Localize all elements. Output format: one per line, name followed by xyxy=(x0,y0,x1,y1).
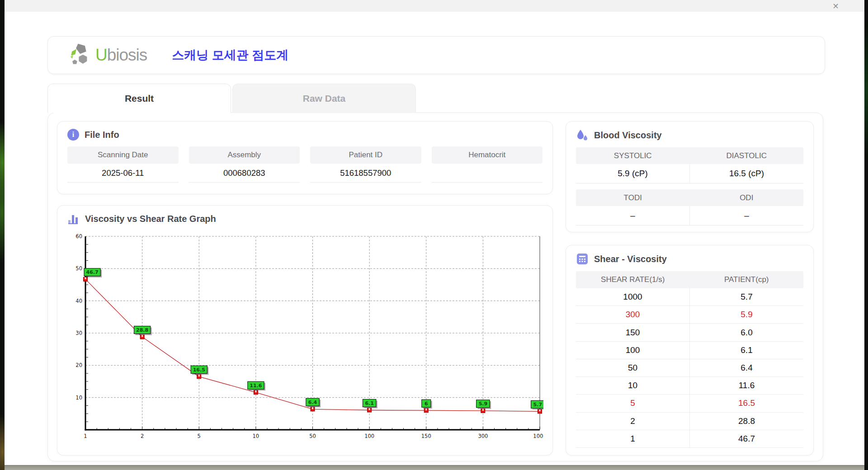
desktop-background: × Ubiosis 스캐닝 모세관 점도계 Result xyxy=(0,0,868,470)
svg-text:6.1: 6.1 xyxy=(365,400,374,406)
tab-bar: Result Raw Data xyxy=(47,84,864,113)
shear-column-header: SHEAR RATE(1/s) xyxy=(576,271,690,288)
bv-header-cell: DIASTOLIC xyxy=(690,147,804,164)
field-value: 51618557900 xyxy=(310,164,421,183)
shear-table-row: 1506.0 xyxy=(576,324,803,341)
tab-raw-data[interactable]: Raw Data xyxy=(232,84,416,113)
data-point-label: 6 xyxy=(422,400,432,409)
shear-table-row: 10005.7 xyxy=(576,288,803,306)
blood-viscosity-table: SYSTOLICDIASTOLIC5.9 (cP)16.5 (cP)TODIOD… xyxy=(576,147,803,226)
svg-text:16.5: 16.5 xyxy=(193,367,205,373)
field-value: 2025-06-11 xyxy=(67,164,179,183)
bv-value-row: –– xyxy=(576,206,803,226)
data-point-label: 16.5 xyxy=(191,366,208,375)
shear-rate-cell: 2 xyxy=(576,413,689,430)
bar-chart-icon xyxy=(67,213,80,225)
shear-rate-cell: 1000 xyxy=(576,288,689,306)
patient-cp-cell: 28.8 xyxy=(689,413,803,430)
data-point-label: 6.1 xyxy=(363,399,377,408)
patient-cp-cell: 6.1 xyxy=(689,342,803,359)
patient-cp-cell: 5.7 xyxy=(689,288,803,306)
bv-header-row: TODIODI xyxy=(576,189,803,206)
shear-rate-cell: 300 xyxy=(576,306,689,323)
bv-value-row: 5.9 (cP)16.5 (cP) xyxy=(576,164,803,183)
viscosity-chart-svg: 1020304050601251050100150300100046.728.8… xyxy=(67,231,543,444)
data-point-label: 28.8 xyxy=(134,326,152,335)
data-point xyxy=(254,390,258,395)
field-label: Hematocrit xyxy=(432,146,543,164)
patient-cp-cell: 5.9 xyxy=(689,306,803,323)
file-info-field: Patient ID51618557900 xyxy=(310,146,421,183)
data-point-label: 5.9 xyxy=(476,400,491,409)
shear-table-row: 516.5 xyxy=(576,395,803,412)
graph-heading: Viscosity vs Shear Rate Graph xyxy=(85,214,216,224)
file-info-heading: File Info xyxy=(85,130,119,140)
svg-text:28.8: 28.8 xyxy=(136,327,148,333)
svg-text:30: 30 xyxy=(75,330,82,336)
shear-column-header: PATIENT(cp) xyxy=(690,271,804,288)
svg-text:100: 100 xyxy=(364,433,374,439)
shear-table-row: 1006.1 xyxy=(576,342,803,359)
shear-rate-cell: 1 xyxy=(576,430,689,447)
field-label: Assembly xyxy=(189,146,300,164)
ubiosis-logo-icon xyxy=(68,43,93,67)
file-info-fields: Scanning Date2025-06-11Assembly000680283… xyxy=(67,146,542,183)
bv-value-cell: 16.5 (cP) xyxy=(689,164,803,183)
data-point-label: 5.7 xyxy=(531,400,543,409)
data-point xyxy=(197,375,201,379)
result-panel: i File Info Scanning Date2025-06-11Assem… xyxy=(47,113,823,461)
graph-card: Viscosity vs Shear Rate Graph 1020304050… xyxy=(57,205,553,456)
shear-table-body: 10005.73005.91506.01006.1506.41011.6516.… xyxy=(576,288,803,448)
graph-title: Viscosity vs Shear Rate Graph xyxy=(67,213,542,225)
data-point-label: 11.6 xyxy=(248,381,265,390)
shear-rate-cell: 150 xyxy=(576,324,689,341)
svg-text:5.9: 5.9 xyxy=(479,401,488,407)
right-column: Blood Viscosity SYSTOLICDIASTOLIC5.9 (cP… xyxy=(566,121,814,456)
file-info-field: Hematocrit xyxy=(432,146,543,183)
data-point-label: 6.4 xyxy=(306,398,321,407)
info-icon: i xyxy=(67,129,79,141)
patient-cp-cell: 11.6 xyxy=(689,377,803,394)
brand-u: U xyxy=(95,46,107,64)
patient-cp-cell: 46.7 xyxy=(689,430,803,447)
patient-cp-cell: 6.4 xyxy=(689,359,803,376)
svg-text:20: 20 xyxy=(75,362,82,368)
bv-value-cell: – xyxy=(689,206,803,225)
svg-text:5: 5 xyxy=(198,433,201,439)
viscosity-chart: 1020304050601251050100150300100046.728.8… xyxy=(67,231,542,446)
svg-text:10: 10 xyxy=(75,395,82,401)
svg-text:1: 1 xyxy=(84,433,87,439)
shear-table-row: 3005.9 xyxy=(576,306,803,324)
bv-header-cell: SYSTOLIC xyxy=(576,147,690,164)
file-info-card: i File Info Scanning Date2025-06-11Assem… xyxy=(57,121,553,194)
svg-text:10: 10 xyxy=(253,433,259,439)
svg-text:46.7: 46.7 xyxy=(86,269,99,275)
app-title-korean: 스캐닝 모세관 점도계 xyxy=(172,47,288,63)
svg-text:11.6: 11.6 xyxy=(250,383,262,389)
shear-viscosity-heading: Shear - Viscosity xyxy=(594,254,667,264)
tab-result[interactable]: Result xyxy=(47,84,231,113)
field-value xyxy=(432,164,543,183)
calculator-icon xyxy=(576,253,589,265)
data-point xyxy=(368,408,372,412)
data-point-label: 46.7 xyxy=(84,268,102,277)
svg-text:50: 50 xyxy=(75,265,82,272)
data-point xyxy=(424,409,428,413)
svg-text:1000: 1000 xyxy=(533,433,543,439)
data-point xyxy=(311,407,315,411)
app-window: × Ubiosis 스캐닝 모세관 점도계 Result xyxy=(5,0,864,465)
svg-text:150: 150 xyxy=(421,433,431,439)
shear-table-row: 506.4 xyxy=(576,359,803,377)
svg-text:5.7: 5.7 xyxy=(533,402,542,408)
blood-viscosity-group: SYSTOLICDIASTOLIC5.9 (cP)16.5 (cP) xyxy=(576,147,803,183)
shear-table-header: SHEAR RATE(1/s)PATIENT(cp) xyxy=(576,271,803,288)
close-icon[interactable]: × xyxy=(832,2,839,10)
blood-viscosity-card: Blood Viscosity SYSTOLICDIASTOLIC5.9 (cP… xyxy=(566,121,814,232)
field-label: Patient ID xyxy=(310,146,421,164)
svg-text:2: 2 xyxy=(141,433,144,439)
svg-text:40: 40 xyxy=(75,298,82,304)
data-point xyxy=(481,409,485,413)
bv-value-cell: 5.9 (cP) xyxy=(576,164,689,183)
bv-header-cell: TODI xyxy=(576,189,690,206)
shear-table-row: 146.7 xyxy=(576,430,803,448)
